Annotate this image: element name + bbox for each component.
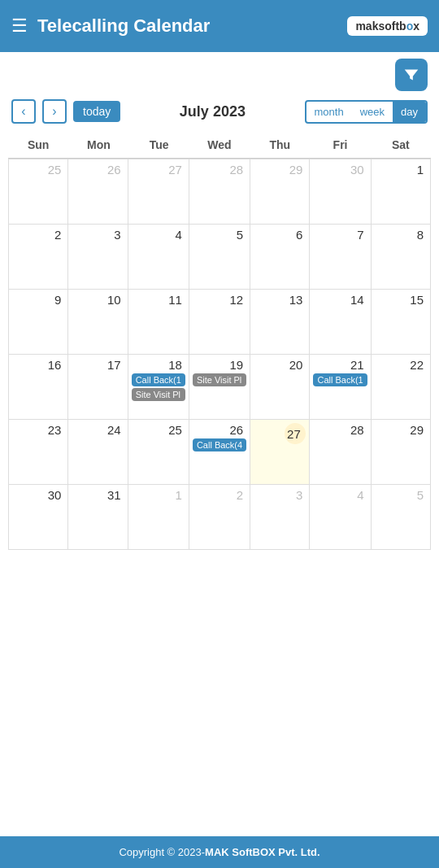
day-number: 30: [12, 488, 64, 502]
calendar-cell[interactable]: 7: [310, 225, 371, 290]
day-number: 28: [313, 423, 367, 437]
logo-highlight: o: [406, 20, 414, 33]
day-number: 15: [375, 293, 427, 307]
col-mon: Mon: [68, 132, 128, 158]
day-number: 4: [132, 228, 185, 242]
logo-end: x: [413, 20, 419, 33]
day-number: 26: [193, 423, 246, 437]
day-number: 27: [132, 163, 185, 177]
event-badge[interactable]: Call Back(1: [132, 373, 185, 386]
calendar-cell[interactable]: 3: [68, 225, 128, 290]
calendar-cell[interactable]: 16: [9, 355, 68, 420]
calendar-cell[interactable]: 4: [310, 485, 371, 550]
day-number: 29: [254, 163, 306, 177]
app-header: ☰ Telecalling Calendar maksoftbox: [0, 0, 439, 52]
today-button[interactable]: today: [73, 101, 120, 122]
calendar-cell[interactable]: 1: [372, 159, 431, 225]
calendar-cell[interactable]: 5: [372, 485, 431, 550]
event-badge[interactable]: Site Visit Pl: [193, 373, 246, 386]
calendar-cell[interactable]: 28: [310, 420, 371, 485]
day-number: 6: [254, 228, 306, 242]
col-fri: Fri: [310, 132, 370, 158]
day-number: 21: [313, 358, 367, 372]
month-view-button[interactable]: month: [306, 102, 352, 122]
day-number: 31: [72, 488, 124, 502]
col-sun: Sun: [8, 132, 68, 158]
hamburger-icon[interactable]: ☰: [11, 15, 28, 37]
calendar-cell[interactable]: 27: [128, 159, 189, 225]
calendar-cell[interactable]: 24: [68, 420, 128, 485]
day-view-button[interactable]: day: [393, 102, 426, 122]
calendar-cell[interactable]: 25: [9, 159, 68, 225]
calendar-cell[interactable]: 21Call Back(1: [310, 355, 371, 420]
month-label: July 2023: [127, 103, 298, 120]
calendar-cell[interactable]: 9: [9, 290, 68, 355]
calendar-cell[interactable]: 29: [250, 159, 310, 225]
event-badge[interactable]: Call Back(1: [313, 373, 367, 386]
day-number: 11: [132, 293, 185, 307]
day-number: 30: [313, 163, 367, 177]
calendar-cell[interactable]: 22: [372, 355, 431, 420]
week-view-button[interactable]: week: [352, 102, 393, 122]
next-button[interactable]: ›: [42, 99, 67, 124]
day-number: 1: [132, 488, 185, 502]
day-number: 22: [375, 358, 427, 372]
calendar-cell[interactable]: 11: [128, 290, 189, 355]
day-number: 25: [12, 163, 64, 177]
day-number: 2: [193, 488, 246, 502]
day-number: 28: [193, 163, 246, 177]
day-number: 29: [375, 423, 427, 437]
prev-button[interactable]: ‹: [11, 99, 36, 124]
calendar-cell[interactable]: 30: [9, 485, 68, 550]
filter-bar: [0, 52, 439, 94]
calendar-grid: 252627282930123456789101112131415161718C…: [8, 159, 431, 550]
calendar-cell[interactable]: 25: [128, 420, 189, 485]
calendar-cell[interactable]: 20: [250, 355, 310, 420]
calendar-cell[interactable]: 19Site Visit Pl: [189, 355, 250, 420]
calendar-header: Sun Mon Tue Wed Thu Fri Sat: [8, 132, 431, 159]
day-number: 17: [72, 358, 124, 372]
filter-button[interactable]: [395, 59, 428, 91]
calendar-cell[interactable]: 23: [9, 420, 68, 485]
calendar-cell[interactable]: 13: [250, 290, 310, 355]
calendar-cell[interactable]: 14: [310, 290, 371, 355]
logo: maksoftbox: [347, 16, 428, 36]
day-number: 24: [72, 423, 124, 437]
day-number: 8: [375, 228, 427, 242]
day-number: 3: [254, 488, 306, 502]
calendar-cell[interactable]: 1: [128, 485, 189, 550]
calendar-cell[interactable]: 26Call Back(4: [189, 420, 250, 485]
calendar-cell[interactable]: 10: [68, 290, 128, 355]
calendar-cell[interactable]: 27: [250, 420, 310, 485]
calendar-cell[interactable]: 31: [68, 485, 128, 550]
day-number: 9: [12, 293, 64, 307]
footer-company: MAK SoftBOX Pvt. Ltd.: [205, 846, 320, 858]
logo-text: maksoftb: [355, 20, 406, 33]
calendar-cell[interactable]: 6: [250, 225, 310, 290]
event-badge[interactable]: Call Back(4: [193, 438, 246, 451]
calendar-cell[interactable]: 2: [189, 485, 250, 550]
calendar-cell[interactable]: 15: [372, 290, 431, 355]
calendar-cell[interactable]: 30: [310, 159, 371, 225]
calendar-cell[interactable]: 12: [189, 290, 250, 355]
calendar-cell[interactable]: 26: [68, 159, 128, 225]
calendar-cell[interactable]: 28: [189, 159, 250, 225]
day-number: 5: [375, 488, 427, 502]
calendar-cell[interactable]: 4: [128, 225, 189, 290]
calendar-cell[interactable]: 5: [189, 225, 250, 290]
day-number: 19: [193, 358, 246, 372]
calendar-cell[interactable]: 17: [68, 355, 128, 420]
calendar-cell[interactable]: 3: [250, 485, 310, 550]
day-number: 20: [254, 358, 306, 372]
calendar-cell[interactable]: 8: [372, 225, 431, 290]
day-number: 18: [132, 358, 185, 372]
calendar-cell[interactable]: 18Call Back(1Site Visit Pl: [128, 355, 189, 420]
col-sat: Sat: [371, 132, 431, 158]
footer: Copyright © 2023-MAK SoftBOX Pvt. Ltd.: [0, 836, 439, 868]
day-number: 16: [12, 358, 64, 372]
event-badge[interactable]: Site Visit Pl: [132, 388, 185, 401]
calendar-cell[interactable]: 2: [9, 225, 68, 290]
calendar-cell[interactable]: 29: [372, 420, 431, 485]
day-number: 3: [72, 228, 124, 242]
col-wed: Wed: [189, 132, 250, 158]
